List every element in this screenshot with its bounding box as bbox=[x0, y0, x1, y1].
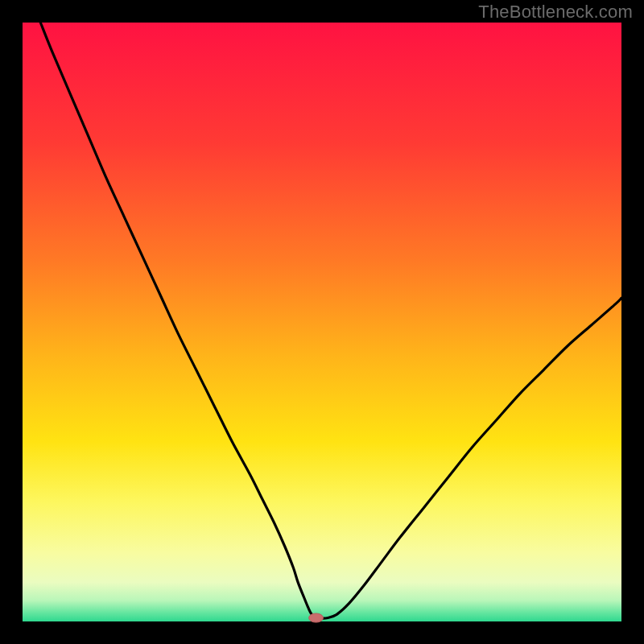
chart-svg bbox=[0, 0, 644, 644]
chart-stage: TheBottleneck.com bbox=[0, 0, 644, 644]
min-marker bbox=[309, 613, 324, 622]
plot-area bbox=[23, 23, 621, 621]
watermark-text: TheBottleneck.com bbox=[478, 2, 633, 23]
